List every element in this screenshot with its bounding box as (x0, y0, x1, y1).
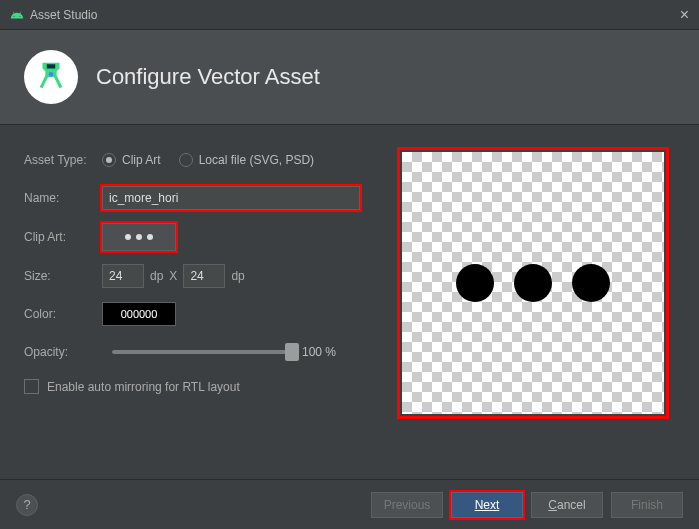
rtl-checkbox-row[interactable]: Enable auto mirroring for RTL layout (24, 379, 377, 394)
previous-button-label: Previous (384, 498, 431, 512)
more-horiz-icon (124, 233, 154, 241)
finish-button-label: Finish (631, 498, 663, 512)
svg-point-1 (49, 72, 54, 77)
svg-point-4 (147, 234, 153, 240)
clip-art-label: Clip Art: (24, 230, 102, 244)
size-width-input[interactable] (102, 264, 144, 288)
footer-bar: ? Previous Next Cancel Finish (0, 479, 699, 529)
color-row: Color: 000000 (24, 301, 377, 327)
radio-clip-art-label: Clip Art (122, 153, 161, 167)
titlebar: Asset Studio × (0, 0, 699, 30)
color-label: Color: (24, 307, 102, 321)
form-column: Asset Type: Clip Art Local file (SVG, PS… (24, 147, 377, 419)
svg-rect-0 (47, 64, 56, 68)
asset-type-radio-group: Clip Art Local file (SVG, PSD) (102, 153, 314, 167)
close-icon[interactable]: × (680, 6, 689, 24)
radio-dot-icon (102, 153, 116, 167)
radio-clip-art[interactable]: Clip Art (102, 153, 161, 167)
clip-art-row: Clip Art: (24, 223, 377, 251)
help-button[interactable]: ? (16, 494, 38, 516)
next-button[interactable]: Next (451, 492, 523, 518)
body-area: Asset Type: Clip Art Local file (SVG, PS… (0, 125, 699, 429)
preview-column (397, 147, 675, 419)
preview-checker-background (402, 152, 664, 414)
size-row: Size: dp X dp (24, 263, 377, 289)
header-panel: Configure Vector Asset (0, 30, 699, 125)
checkbox-icon (24, 379, 39, 394)
finish-button: Finish (611, 492, 683, 518)
slider-fill (112, 350, 292, 354)
name-input[interactable] (102, 186, 360, 210)
color-picker-button[interactable]: 000000 (102, 302, 176, 326)
cancel-button[interactable]: Cancel (531, 492, 603, 518)
more-horiz-preview-icon (456, 264, 610, 302)
opacity-row: Opacity: 100 % (24, 339, 377, 365)
radio-local-file-label: Local file (SVG, PSD) (199, 153, 314, 167)
next-button-label: Next (475, 498, 500, 512)
slider-thumb[interactable] (285, 343, 299, 361)
svg-point-3 (136, 234, 142, 240)
radio-dot-icon (179, 153, 193, 167)
name-label: Name: (24, 191, 102, 205)
size-label: Size: (24, 269, 102, 283)
svg-point-2 (125, 234, 131, 240)
window-title: Asset Studio (30, 8, 680, 22)
android-icon (10, 8, 24, 22)
previous-button: Previous (371, 492, 443, 518)
size-unit-1: dp (150, 269, 163, 283)
color-value-text: 000000 (121, 308, 158, 320)
size-unit-2: dp (231, 269, 244, 283)
preview-panel (397, 147, 669, 419)
cancel-button-label: Cancel (548, 498, 585, 512)
size-separator: X (169, 269, 177, 283)
rtl-checkbox-label: Enable auto mirroring for RTL layout (47, 380, 240, 394)
size-height-input[interactable] (183, 264, 225, 288)
asset-type-row: Asset Type: Clip Art Local file (SVG, PS… (24, 147, 377, 173)
android-studio-icon (24, 50, 78, 104)
opacity-slider[interactable] (112, 350, 292, 354)
name-row: Name: (24, 185, 377, 211)
opacity-value-text: 100 % (302, 345, 336, 359)
page-title: Configure Vector Asset (96, 64, 320, 90)
asset-type-label: Asset Type: (24, 153, 102, 167)
radio-local-file[interactable]: Local file (SVG, PSD) (179, 153, 314, 167)
opacity-label: Opacity: (24, 345, 102, 359)
clip-art-picker-button[interactable] (102, 223, 176, 251)
